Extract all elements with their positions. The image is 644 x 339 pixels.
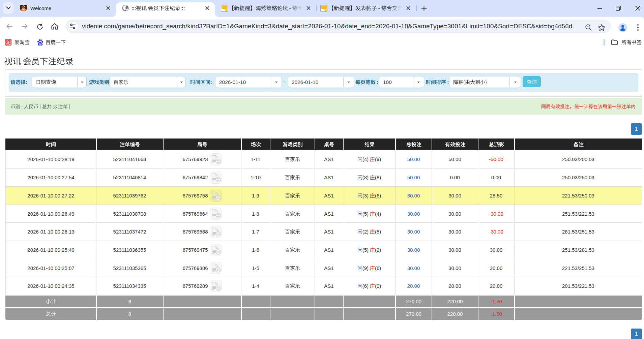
svg-text:du: du — [39, 43, 41, 45]
